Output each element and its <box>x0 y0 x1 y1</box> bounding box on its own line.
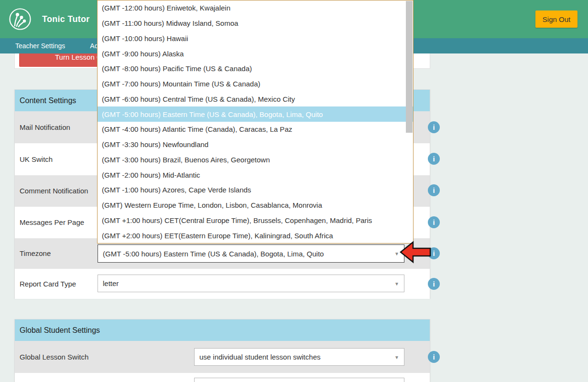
timezone-select[interactable]: (GMT -5:00 hours) Eastern Time (US & Can… <box>98 244 404 263</box>
row-report-card-type: Report Card Type letter ▼ i <box>15 269 430 299</box>
info-icon[interactable]: i <box>428 153 440 165</box>
timezone-option[interactable]: (GMT -5:00 hours) Eastern Time (US & Can… <box>98 106 413 122</box>
report-card-type-select-value: letter <box>103 279 119 287</box>
row-partial-setting: ▼ <box>15 373 430 382</box>
timezone-option[interactable]: (GMT -9:00 hours) Alaska <box>98 46 413 61</box>
global-student-settings-card: Global Student Settings Global Lesson Sw… <box>14 319 430 382</box>
global-lesson-switch-select-value: use individual student lesson switches <box>199 353 320 361</box>
red-pointer-arrow-icon <box>400 241 431 264</box>
timezone-dropdown-list: (GMT -12:00 hours) Eniwetok, Kwajalein(G… <box>97 0 414 244</box>
chevron-down-icon: ▼ <box>394 281 399 286</box>
chevron-down-icon: ▼ <box>394 251 399 256</box>
global-lesson-switch-select[interactable]: use individual student lesson switches ▼ <box>194 348 404 366</box>
timezone-option[interactable]: (GMT -7:00 hours) Mountain Time (US & Ca… <box>98 76 413 92</box>
timezone-option[interactable]: (GMT -1:00 hours) Azores, Cape Verde Isl… <box>98 182 413 198</box>
timezone-option[interactable]: (GMT -10:00 hours) Hawaii <box>98 31 413 46</box>
messages-per-page-label: Messages Per Page <box>20 207 94 238</box>
global-lesson-switch-label: Global Lesson Switch <box>20 341 125 373</box>
chevron-down-icon: ▼ <box>394 354 399 360</box>
app-title: Tonic Tutor <box>42 0 90 38</box>
info-icon[interactable]: i <box>428 184 440 196</box>
report-card-type-select[interactable]: letter ▼ <box>98 275 404 292</box>
uk-switch-label: UK Switch <box>20 143 94 175</box>
timezone-option[interactable]: (GMT) Western Europe Time, London, Lisbo… <box>98 198 413 213</box>
timezone-label: Timezone <box>20 238 94 269</box>
info-icon[interactable]: i <box>428 351 440 363</box>
info-icon[interactable]: i <box>428 278 440 290</box>
timezone-select-value: (GMT -5:00 hours) Eastern Time (US & Can… <box>103 250 324 258</box>
mail-notification-label: Mail Notification <box>20 111 94 143</box>
global-student-settings-header: Global Student Settings <box>15 319 430 341</box>
tonic-tutor-logo-icon <box>9 8 32 31</box>
timezone-option[interactable]: (GMT -6:00 hours) Central Time (US & Can… <box>98 92 413 107</box>
timezone-option[interactable]: (GMT -4:00 hours) Atlantic Time (Canada)… <box>98 122 413 137</box>
timezone-option[interactable]: (GMT +2:00 hours) EET(Eastern Europe Tim… <box>98 228 413 243</box>
info-icon[interactable]: i <box>428 121 440 133</box>
row-global-lesson-switch: Global Lesson Switch use individual stud… <box>15 341 430 373</box>
timezone-option[interactable]: (GMT -3:30 hours) Newfoundland <box>98 137 413 152</box>
comment-notification-label: Comment Notification <box>20 175 94 207</box>
dropdown-scrollbar-thumb[interactable] <box>406 1 413 133</box>
nav-item-teacher-settings[interactable]: Teacher Settings <box>15 42 65 50</box>
sign-out-button[interactable]: Sign Out <box>535 11 577 28</box>
timezone-option[interactable]: (GMT +1:00 hours) CET(Central Europe Tim… <box>98 213 413 228</box>
timezone-option[interactable]: (GMT -2:00 hours) Mid-Atlantic <box>98 167 413 182</box>
report-card-type-label: Report Card Type <box>20 269 94 299</box>
timezone-option[interactable]: (GMT -3:00 hours) Brazil, Buenos Aires, … <box>98 152 413 168</box>
info-icon[interactable]: i <box>428 216 440 228</box>
timezone-option[interactable]: (GMT -8:00 hours) Pacific Time (US & Can… <box>98 61 413 76</box>
timezone-option[interactable]: (GMT -12:00 hours) Eniwetok, Kwajalein <box>98 0 413 16</box>
timezone-option[interactable]: (GMT -11:00 hours) Midway Island, Somoa <box>98 16 413 31</box>
partial-setting-select[interactable]: ▼ <box>194 378 404 382</box>
